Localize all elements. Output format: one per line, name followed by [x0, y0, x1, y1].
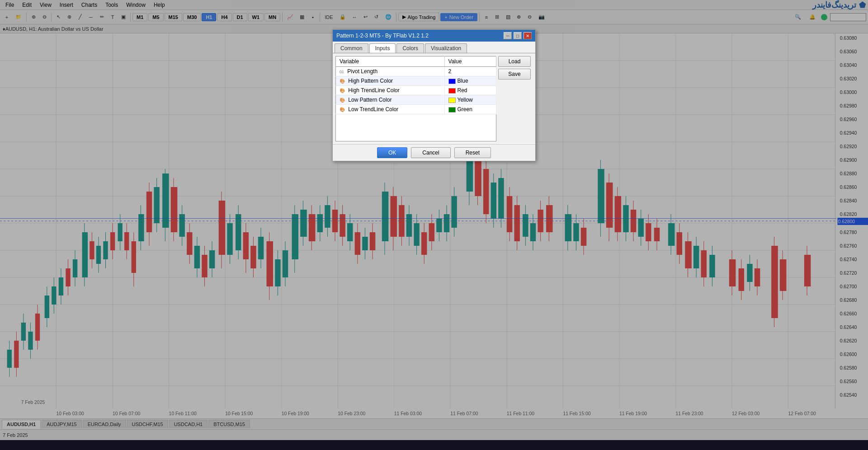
color-swatch	[448, 88, 456, 94]
row-icon: 🎨	[340, 88, 345, 93]
row-value: Yellow	[444, 95, 496, 105]
modal-overlay: Pattern 1-2-3 MT5 - By TFlab V1.2 1.2 ─ …	[0, 0, 868, 450]
color-swatch	[448, 107, 456, 112]
dialog-table-area: Variable Value 01 Pivot Length2🎨 High Pa…	[335, 56, 533, 141]
table-row[interactable]: 01 Pivot Length2	[336, 67, 496, 76]
dialog-table-wrapper: Variable Value 01 Pivot Length2🎨 High Pa…	[335, 56, 496, 141]
row-icon: 🎨	[340, 98, 345, 103]
row-icon: 🎨	[340, 107, 345, 112]
cancel-button[interactable]: Cancel	[411, 147, 450, 158]
row-value: Blue	[444, 76, 496, 86]
row-value: Red	[444, 86, 496, 95]
dialog-maximize-btn[interactable]: □	[514, 32, 522, 39]
dialog-tab-colors[interactable]: Colors	[396, 43, 424, 53]
dialog-tab-visualization[interactable]: Visualization	[425, 43, 467, 53]
dialog-title: Pattern 1-2-3 MT5 - By TFlab V1.2 1.2	[336, 33, 429, 39]
save-btn[interactable]: Save	[498, 69, 531, 80]
dialog-side-buttons: Load Save	[496, 56, 533, 141]
table-empty-area	[335, 114, 496, 141]
row-variable: 01 Pivot Length	[336, 67, 445, 76]
row-variable: 🎨 Low TrendLine Color	[336, 105, 445, 114]
ok-button[interactable]: OK	[377, 147, 407, 158]
color-swatch	[448, 98, 456, 103]
table-row[interactable]: 🎨 High Pattern ColorBlue	[336, 76, 496, 86]
table-row[interactable]: 🎨 Low TrendLine ColorGreen	[336, 105, 496, 114]
row-variable: 🎨 High TrendLine Color	[336, 86, 445, 95]
dialog-footer: OK Cancel Reset	[333, 144, 535, 161]
reset-button[interactable]: Reset	[454, 147, 491, 158]
row-value: Green	[444, 105, 496, 114]
dialog-minimize-btn[interactable]: ─	[504, 32, 512, 39]
load-btn[interactable]: Load	[498, 56, 531, 67]
row-value: 2	[444, 67, 496, 76]
dialog-title-buttons: ─ □ ✕	[503, 32, 532, 39]
table-row[interactable]: 🎨 High TrendLine ColorRed	[336, 86, 496, 95]
row-icon: 01	[340, 70, 344, 74]
table-row[interactable]: 🎨 Low Pattern ColorYellow	[336, 95, 496, 105]
dialog-titlebar: Pattern 1-2-3 MT5 - By TFlab V1.2 1.2 ─ …	[333, 30, 535, 42]
row-icon: 🎨	[340, 79, 345, 84]
row-variable: 🎨 High Pattern Color	[336, 76, 445, 86]
dialog-tab-common[interactable]: Common	[335, 43, 368, 53]
color-swatch	[448, 79, 456, 84]
row-variable: 🎨 Low Pattern Color	[336, 95, 445, 105]
col-header-value: Value	[444, 56, 496, 67]
col-header-variable: Variable	[336, 56, 445, 67]
params-table: Variable Value 01 Pivot Length2🎨 High Pa…	[335, 56, 496, 114]
dialog: Pattern 1-2-3 MT5 - By TFlab V1.2 1.2 ─ …	[332, 29, 536, 161]
dialog-tab-inputs[interactable]: Inputs	[369, 43, 396, 53]
dialog-content: Variable Value 01 Pivot Length2🎨 High Pa…	[333, 53, 535, 144]
dialog-tabs: Common Inputs Colors Visualization	[333, 42, 535, 53]
dialog-close-btn[interactable]: ✕	[524, 32, 532, 39]
